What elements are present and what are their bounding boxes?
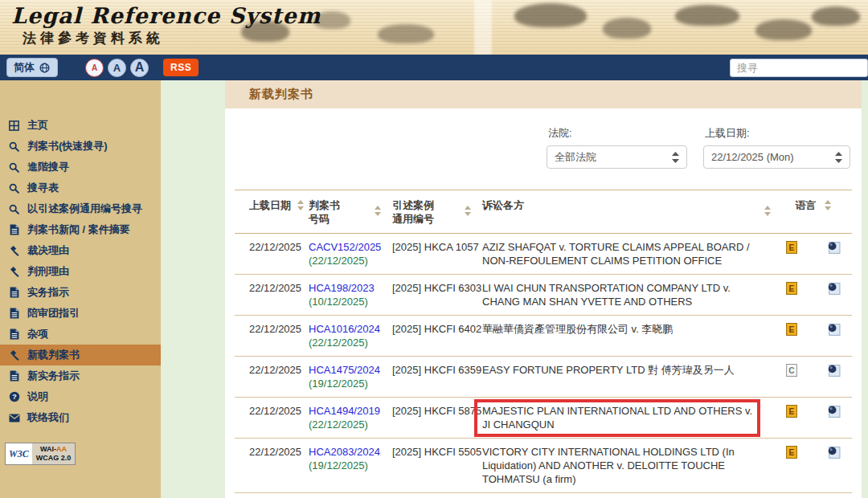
judgment-row: 22/12/2025HCAL133/2021(22/12/2025)[2025]… <box>235 493 852 498</box>
column-header[interactable]: 诉讼各方 <box>482 198 774 226</box>
sidebar-item-label: 搜寻表 <box>27 181 59 195</box>
court-select[interactable]: 全部法院 <box>547 145 687 169</box>
font-size-large-button[interactable]: A <box>130 59 149 77</box>
search-input[interactable] <box>730 59 868 77</box>
globe-document-icon[interactable] <box>827 241 841 255</box>
simplified-chinese-label: 简体 <box>14 60 35 75</box>
select-stepper-icon <box>835 152 842 163</box>
judgment-table-body: 22/12/2025CACV152/2025(22/12/2025)[2025]… <box>235 234 852 498</box>
sidebar-item[interactable]: 新载判案书 <box>0 345 161 365</box>
sidebar-item[interactable]: 主页 <box>0 115 161 136</box>
legal-reference-system-page: Legal Reference System 法律參考資料系統 简体 A A A… <box>0 0 868 498</box>
upload-date-select[interactable]: 22/12/2025 (Mon) <box>703 145 850 169</box>
english-judgment-icon[interactable]: E <box>786 241 797 254</box>
svg-text:E: E <box>789 284 795 293</box>
site-logo: Legal Reference System 法律參考資料系統 <box>11 3 321 47</box>
quick-search-icon <box>8 141 20 152</box>
upload-date-cell: 22/12/2025 <box>235 240 309 254</box>
judgment-date: (10/12/2025) <box>309 295 392 308</box>
case-number-link[interactable]: HCA1016/2024 <box>309 322 392 336</box>
globe-icon <box>39 63 51 73</box>
font-size-medium-button[interactable]: A <box>108 59 126 77</box>
sort-icon <box>375 206 381 218</box>
parties-cell: LI WAI CHUN TRANSPORTATION COMPANY LTD v… <box>482 281 774 308</box>
column-header[interactable]: 引述案例通用编号 <box>392 198 482 226</box>
column-header[interactable]: 语言 <box>774 198 852 226</box>
case-number-link[interactable]: HCA198/2023 <box>309 281 392 295</box>
case-number-link[interactable]: HCA1475/2024 <box>309 363 392 377</box>
upload-date-filter-label: 上载日期: <box>705 126 850 141</box>
sidebar-item[interactable]: 杂项 <box>0 324 161 345</box>
case-number-link[interactable]: HCA1494/2019 <box>309 404 392 418</box>
font-size-small-button[interactable]: A <box>85 59 104 77</box>
judgment-date: (19/12/2025) <box>309 377 392 390</box>
sidebar-item-label: 说明 <box>27 390 48 404</box>
english-judgment-icon[interactable]: E <box>786 405 797 418</box>
judgment-date: (22/12/2025) <box>309 418 392 431</box>
translation-cell <box>809 445 858 459</box>
rss-button[interactable]: RSS <box>163 59 199 76</box>
english-judgment-icon[interactable]: E <box>786 323 797 336</box>
case-number-cell: HCA1475/2024(19/12/2025) <box>309 363 392 390</box>
language-cell: E <box>774 404 809 418</box>
document-icon <box>8 329 20 340</box>
gavel-icon <box>8 245 20 256</box>
case-number-link[interactable]: HCA2083/2024 <box>309 445 392 459</box>
parties-cell: AZIZ SHAFQAT v. TORTURE CLAIMS APPEAL BO… <box>482 240 774 267</box>
sort-icon <box>465 206 471 218</box>
english-judgment-icon[interactable]: E <box>786 446 797 459</box>
sort-icon <box>825 200 831 213</box>
column-header[interactable]: 判案书号码 <box>309 198 392 226</box>
svg-text:E: E <box>789 448 795 457</box>
parties-cell: EASY FORTUNE PROPERTY LTD 對 傅芳瑋及另一人 <box>482 363 774 377</box>
chinese-judgment-icon[interactable]: C <box>786 364 797 377</box>
sidebar-item-label: 判案书(快速搜寻) <box>27 139 108 153</box>
sidebar-item[interactable]: 联络我们 <box>0 407 161 428</box>
sort-icon <box>297 200 304 213</box>
globe-document-icon[interactable] <box>827 405 841 418</box>
search-container <box>730 59 868 77</box>
parties-text: 華融華僑資產管理股份有限公司 v. 李晓鹏 <box>482 322 763 336</box>
globe-document-icon[interactable] <box>827 323 841 337</box>
case-number-cell: HCA1494/2019(22/12/2025) <box>309 404 392 431</box>
parties-text: LI WAI CHUN TRANSPORTATION COMPANY LTD v… <box>482 281 763 308</box>
sidebar-item[interactable]: 以引述案例通用编号搜寻 <box>0 198 161 219</box>
envelope-icon <box>8 414 20 422</box>
globe-document-icon[interactable] <box>827 364 841 378</box>
sidebar-item[interactable]: 实务指示 <box>0 282 161 303</box>
wcag-conformance-badge[interactable]: W3CWAI-AAWCAG 2.0 <box>5 443 76 465</box>
svg-text:C: C <box>788 366 795 375</box>
main-content: 新载判案书 法院: 全部法院 上载日期: 22/12/2025 (Mon) <box>225 80 862 498</box>
sidebar-item-label: 主页 <box>27 118 48 133</box>
parties-text: EASY FORTUNE PROPERTY LTD 對 傅芳瑋及另一人 <box>482 363 763 377</box>
sidebar-item[interactable]: ?说明 <box>0 386 161 407</box>
sidebar-item[interactable]: 裁决理由 <box>0 240 161 261</box>
judgment-table: 上载日期判案书号码引述案例通用编号诉讼各方语言 22/12/2025CACV15… <box>235 190 852 498</box>
case-number-link[interactable]: CACV152/2025 <box>309 240 392 254</box>
font-size-controls: A A A <box>85 59 149 77</box>
document-icon <box>8 224 20 235</box>
sidebar-item[interactable]: 判案书(快速搜寻) <box>0 136 161 157</box>
sidebar-item[interactable]: 陪审团指引 <box>0 303 161 324</box>
logo-subtitle: 法律參考資料系統 <box>23 29 321 47</box>
sidebar-item[interactable]: 搜寻表 <box>0 178 161 198</box>
globe-document-icon[interactable] <box>827 446 841 459</box>
column-header-label: 诉讼各方 <box>482 198 524 212</box>
document-icon <box>8 287 20 298</box>
judgment-row: 22/12/2025HCA1475/2024(19/12/2025)[2025]… <box>235 357 852 398</box>
globe-document-icon[interactable] <box>827 282 841 296</box>
sidebar-item[interactable]: 進階搜寻 <box>0 157 161 178</box>
document-icon <box>8 370 20 382</box>
column-header[interactable]: 上载日期 <box>235 198 309 226</box>
home-grid-icon <box>8 120 20 131</box>
sort-icon <box>764 206 771 218</box>
upload-date-cell: 22/12/2025 <box>235 281 309 295</box>
sidebar-item[interactable]: 新实务指示 <box>0 365 161 386</box>
simplified-chinese-button[interactable]: 简体 <box>6 58 58 77</box>
sidebar-item[interactable]: 判刑理由 <box>0 261 161 282</box>
parties-cell-highlighted: MAJESTIC PLAN INTERNATIONAL LTD AND OTHE… <box>482 404 774 431</box>
select-stepper-icon <box>672 152 679 163</box>
english-judgment-icon[interactable]: E <box>786 282 797 295</box>
translation-cell <box>809 404 858 418</box>
sidebar-item[interactable]: 判案书新闻 / 案件摘要 <box>0 219 161 240</box>
